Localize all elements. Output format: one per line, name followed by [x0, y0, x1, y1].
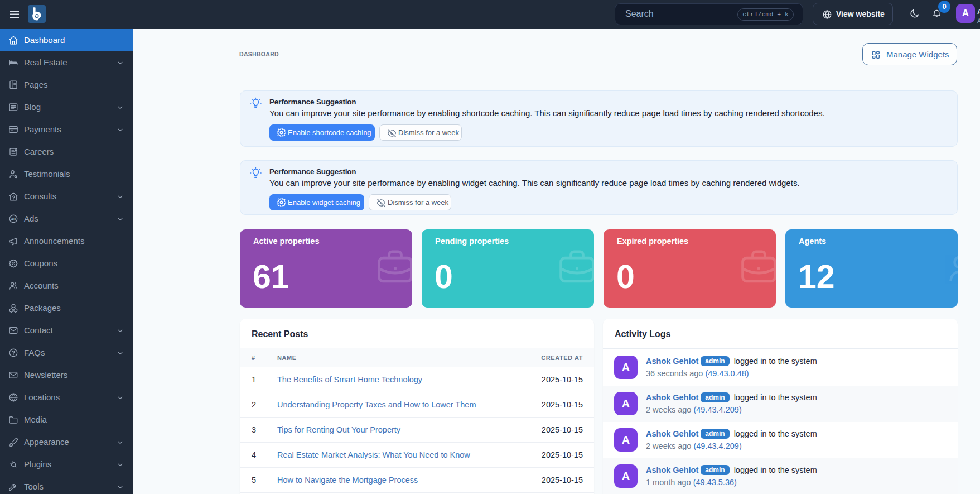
- svg-text:AD: AD: [11, 217, 16, 221]
